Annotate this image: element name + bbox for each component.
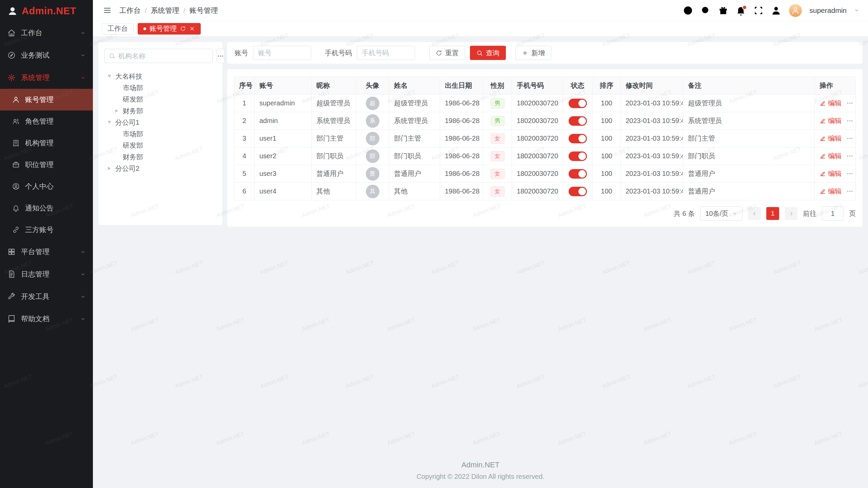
- menu-item-label: 机构管理: [25, 138, 54, 148]
- sidebar-item-system-management[interactable]: 系统管理: [0, 66, 93, 89]
- row-more-icon[interactable]: [846, 135, 853, 142]
- status-toggle[interactable]: [569, 99, 587, 108]
- close-icon[interactable]: [189, 26, 195, 32]
- row-more-icon[interactable]: [846, 152, 853, 160]
- gender-tag: 男: [491, 98, 505, 108]
- edit-button[interactable]: 编辑: [820, 169, 842, 178]
- tree-caret-icon[interactable]: [106, 73, 115, 80]
- edit-button[interactable]: 编辑: [820, 116, 842, 125]
- tree-caret-icon[interactable]: [106, 119, 115, 126]
- hamburger-menu-icon[interactable]: [102, 5, 113, 16]
- tree-node-label: 分公司2: [115, 164, 139, 173]
- page-unit-label: 页: [849, 209, 856, 218]
- cell-gender: 女: [483, 130, 512, 147]
- page-size-select[interactable]: 10条/页: [700, 206, 743, 221]
- language-icon[interactable]: [683, 5, 693, 16]
- status-toggle[interactable]: [569, 151, 587, 161]
- sidebar-item-org-management[interactable]: 机构管理: [0, 132, 93, 154]
- org-more-button[interactable]: [217, 49, 224, 63]
- toggle-knob: [578, 135, 586, 142]
- phone-input[interactable]: [357, 46, 415, 60]
- breadcrumb-item[interactable]: 系统管理: [151, 6, 179, 15]
- edit-button-label: 编辑: [828, 116, 842, 125]
- tabs-bar: 工作台账号管理: [93, 21, 868, 37]
- hamburger-icon-glyph: [103, 6, 112, 15]
- row-more-icon[interactable]: [846, 117, 853, 124]
- sidebar-item-business-test[interactable]: 业务测试: [0, 44, 93, 66]
- status-toggle[interactable]: [569, 134, 587, 143]
- org-search-input[interactable]: [118, 52, 208, 60]
- sidebar-item-account-management[interactable]: 账号管理: [0, 89, 93, 110]
- account-input[interactable]: [253, 46, 311, 60]
- sidebar-item-role-management[interactable]: 角色管理: [0, 110, 93, 132]
- sidebar-item-personal-center[interactable]: 个人中心: [0, 176, 93, 197]
- document-icon: [7, 270, 16, 278]
- add-button[interactable]: 新增: [515, 46, 551, 60]
- tree-node[interactable]: 研发部: [104, 140, 216, 151]
- tab-item[interactable]: 工作台: [102, 23, 134, 35]
- tree-node[interactable]: 财务部: [104, 151, 216, 163]
- menu-item-label: 开发工具: [21, 292, 50, 301]
- tab-dot: [143, 27, 146, 30]
- sidebar-item-position-management[interactable]: 职位管理: [0, 154, 93, 176]
- cell-modified: 2023-01-03 10:59:44: [621, 95, 683, 112]
- edit-button[interactable]: 编辑: [820, 134, 842, 143]
- status-toggle[interactable]: [569, 187, 587, 196]
- table-card: 序号账号昵称头像姓名出生日期性别手机号码状态排序修改时间备注操作 1supera…: [227, 69, 863, 227]
- tree-node[interactable]: 市场部: [104, 128, 216, 140]
- font-size-icon[interactable]: [665, 5, 676, 16]
- sidebar-item-third-party-account[interactable]: 三方账号: [0, 219, 93, 241]
- tree-caret-icon[interactable]: [106, 165, 115, 172]
- tree-node-label: 财务部: [123, 152, 143, 162]
- username[interactable]: superadmin: [809, 6, 847, 15]
- search-icon[interactable]: [700, 5, 711, 16]
- breadcrumb-item[interactable]: 工作台: [119, 6, 141, 15]
- chevron-down-icon[interactable]: [854, 8, 859, 13]
- tree-node-label: 市场部: [123, 129, 143, 139]
- reset-button[interactable]: 重置: [429, 46, 465, 60]
- goto-page-input[interactable]: [822, 206, 844, 221]
- row-more-icon[interactable]: [846, 188, 853, 195]
- sidebar-item-dev-tools[interactable]: 开发工具: [0, 285, 93, 308]
- breadcrumb-item[interactable]: 账号管理: [190, 6, 218, 15]
- status-toggle[interactable]: [569, 169, 587, 179]
- person-icon: [791, 6, 800, 15]
- refresh-icon[interactable]: [180, 26, 186, 32]
- column-birthday: 出生日期: [440, 77, 483, 95]
- add-button-label: 新增: [531, 48, 545, 58]
- tree-node[interactable]: 市场部: [104, 82, 216, 94]
- sidebar-item-notice-management[interactable]: 通知公告: [0, 197, 93, 219]
- chevron-down-icon: [80, 30, 85, 36]
- avatar[interactable]: [789, 4, 802, 17]
- tree-node[interactable]: 分公司1: [104, 117, 216, 128]
- row-more-icon[interactable]: [846, 170, 853, 177]
- menu-item-label: 三方账号: [25, 225, 54, 235]
- search-button[interactable]: 查询: [470, 46, 506, 60]
- status-toggle[interactable]: [569, 116, 587, 126]
- cell-index: 5: [234, 165, 255, 183]
- tab-active[interactable]: 账号管理: [138, 23, 201, 35]
- cell-order: 100: [593, 165, 621, 183]
- row-more-icon[interactable]: [846, 100, 853, 107]
- next-page-button[interactable]: [785, 207, 797, 220]
- tree-node[interactable]: 分公司2: [104, 163, 216, 174]
- app-logo[interactable]: Admin.NET: [0, 0, 93, 22]
- sidebar-item-help-docs[interactable]: 帮助文档: [0, 308, 93, 330]
- sidebar-item-log-management[interactable]: 日志管理: [0, 263, 93, 285]
- tree-node[interactable]: 财务部: [104, 105, 216, 117]
- sidebar-item-platform-management[interactable]: 平台管理: [0, 241, 93, 263]
- tree-caret-icon[interactable]: [114, 107, 123, 114]
- theme-icon[interactable]: [718, 5, 729, 16]
- edit-button[interactable]: 编辑: [820, 187, 842, 196]
- notification-icon[interactable]: [735, 5, 746, 16]
- cell-modified: 2023-01-03 10:59:44: [621, 130, 683, 147]
- edit-button[interactable]: 编辑: [820, 99, 842, 108]
- prev-page-button[interactable]: [748, 207, 761, 220]
- edit-button[interactable]: 编辑: [820, 151, 842, 161]
- page-number-button[interactable]: 1: [766, 207, 779, 220]
- profile-icon[interactable]: [771, 5, 782, 16]
- tree-node[interactable]: 大名科技: [104, 70, 216, 82]
- tree-node[interactable]: 研发部: [104, 94, 216, 105]
- sidebar-item-workbench[interactable]: 工作台: [0, 22, 93, 44]
- fullscreen-icon[interactable]: [753, 5, 764, 16]
